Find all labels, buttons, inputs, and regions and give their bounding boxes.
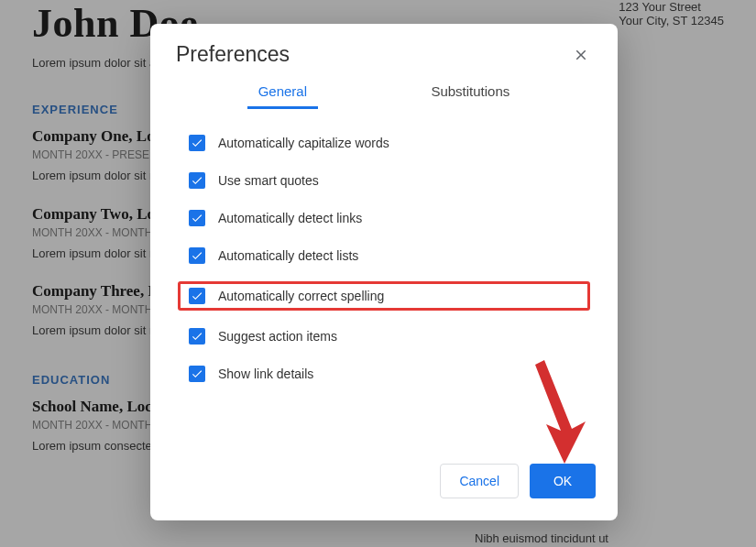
option-label: Automatically detect links xyxy=(218,211,362,225)
option-label: Automatically correct spelling xyxy=(218,289,384,303)
option-label: Suggest action items xyxy=(218,329,337,344)
option-capitalize[interactable]: Automatically capitalize words xyxy=(183,131,585,155)
checkbox-icon[interactable] xyxy=(189,172,205,189)
checkbox-icon[interactable] xyxy=(189,288,205,304)
option-suggest-action[interactable]: Suggest action items xyxy=(183,324,585,348)
close-icon[interactable] xyxy=(570,44,592,66)
option-label: Show link details xyxy=(218,366,313,381)
option-label: Automatically capitalize words xyxy=(218,136,389,150)
tabs: General Substitutions xyxy=(150,67,618,109)
option-smart-quotes[interactable]: Use smart quotes xyxy=(183,169,585,192)
option-detect-lists[interactable]: Automatically detect lists xyxy=(183,244,585,268)
preferences-dialog: Preferences General Substitutions Automa… xyxy=(150,24,618,520)
ok-button[interactable]: OK xyxy=(530,464,596,498)
checkbox-icon[interactable] xyxy=(189,247,205,264)
cancel-button[interactable]: Cancel xyxy=(440,464,519,498)
option-label: Use smart quotes xyxy=(218,173,319,188)
tab-general[interactable]: General xyxy=(247,83,318,109)
checkbox-icon[interactable] xyxy=(189,210,205,226)
option-correct-spelling[interactable]: Automatically correct spelling xyxy=(178,281,590,311)
option-link-details[interactable]: Show link details xyxy=(183,362,585,386)
option-detect-links[interactable]: Automatically detect links xyxy=(183,206,585,230)
checkbox-icon[interactable] xyxy=(189,135,205,151)
checkbox-icon[interactable] xyxy=(189,328,205,345)
dialog-title: Preferences xyxy=(176,42,290,67)
options-list: Automatically capitalize words Use smart… xyxy=(150,109,618,449)
option-label: Automatically detect lists xyxy=(218,248,358,263)
tab-substitutions[interactable]: Substitutions xyxy=(420,83,520,109)
checkbox-icon[interactable] xyxy=(189,366,205,382)
